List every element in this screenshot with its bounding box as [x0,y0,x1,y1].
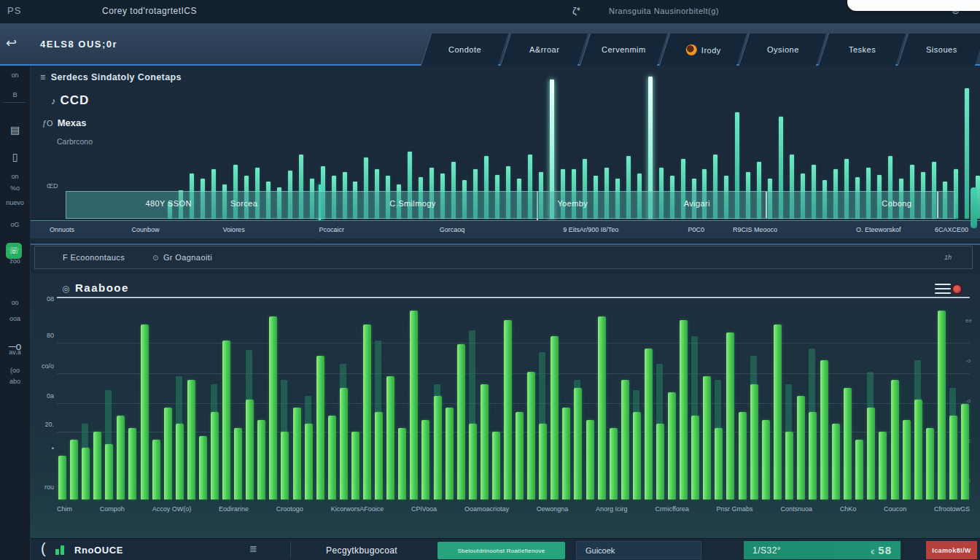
primary-bar [222,341,230,499]
grid-menu-icon[interactable]: ≣ [249,543,257,554]
x-axis-label: Chim [57,505,72,513]
price-value-group: € 58 [871,544,892,556]
bar-slot [104,300,115,499]
bracket-glyph: ( [41,540,46,557]
nav-tab-cervenmim[interactable]: Cervenmim [580,34,667,66]
section-subtitle: ƒOMexas [42,117,86,128]
primary-bar [774,324,782,499]
scrollbar-handle[interactable] [971,187,977,228]
y-tick-label: 08 [31,295,54,303]
breadcrumb[interactable]: ≡Serdecs Sindatoly Conetaps [40,72,182,82]
sidebar-item[interactable]: (oo [0,367,30,374]
nav-tab-arroar[interactable]: A&rroar [500,34,588,66]
panels-icon[interactable]: ▤ [0,124,30,136]
bar-slot [526,300,537,499]
chat-badge-icon[interactable]: ☏ [6,243,22,259]
bar-slot [385,300,397,499]
hamburger-icon: ≡ [40,72,46,82]
overview-bar [965,88,969,219]
main-chart-panel: ◎Raabooe 0880co/o0a20.•rou ee-o-o-c,(l C… [31,273,980,538]
bar-slot [643,300,655,499]
primary-bar [386,376,394,499]
document-icon[interactable]: ▯ [0,151,30,163]
bar-slot [209,300,221,499]
price-panel[interactable]: 1/S32° € 58 [744,541,901,559]
section-caption: Carbrcono [57,137,93,146]
sidebar-item[interactable]: %o [0,184,30,192]
sidebar-item[interactable]: oG [0,221,30,228]
sidebar-item[interactable]: on [0,71,30,79]
red-dot-icon [953,285,961,293]
primary-bar [176,424,184,499]
chart-title: ◎Raabooe [62,281,129,294]
primary-bar [421,420,429,499]
bar-slot [467,300,479,499]
nav-tab-oysione[interactable]: Oysione [739,34,826,66]
nav-tab-condote[interactable]: Condote [421,34,508,66]
confirm-button[interactable]: Sbeloutdrinoohst Roatlefienove [438,542,565,559]
primary-bar [527,372,535,499]
primary-bar [574,388,582,499]
primary-bar [903,420,911,499]
nav-tab-sisoues[interactable]: Sisoues [898,34,980,66]
sidebar-item[interactable]: on [0,173,30,180]
primary-bar [293,408,301,499]
primary-bar [128,428,136,499]
sidebar-item[interactable]: ooa [0,315,30,322]
y-tick-label: rou [31,483,54,491]
mexas-icon: ƒO [42,119,53,128]
sidebar-item[interactable]: av.a [0,349,30,356]
bar-slot [784,300,796,499]
sidebar-item[interactable]: zoo [0,257,30,265]
chart-menu-button[interactable] [935,284,961,295]
person-icon[interactable]: ζ* [572,5,580,16]
x-axis-label: Crmicfforea [655,505,688,513]
primary-bar [457,344,465,499]
back-arrow-icon[interactable]: ↩ [6,35,17,51]
primary-bar [715,428,723,499]
x-axis-label: CfrootowGS [934,505,970,513]
primary-bar [562,408,570,499]
primary-bar [363,324,371,499]
primary-bar [926,428,934,499]
y-tick-label: 80 [31,332,54,339]
primary-bar [492,432,500,499]
band-label: Cobong [882,199,911,208]
toolbar-app-label[interactable]: RnoOUCE [74,545,123,556]
bar-slot [608,300,620,499]
tick-label: R9CIS Meooco [733,226,777,233]
timeline-selection-band[interactable]: 480Y SSONSorceaC.SmilmogyYoembyAvigariCo… [66,191,955,219]
toolbar-status-text: Pecgytkbugocoat [326,545,397,556]
tab-oagnaoiti[interactable]: ⊙ Gr Oagnaoiti [152,253,212,262]
bar-slot [796,300,807,499]
primary-bar [820,360,828,499]
tick-label: Counbow [132,226,160,233]
bar-slot [139,300,151,499]
bar-slot [233,300,244,499]
sub-tab-bar: F Ecoonontaucs ⊙ Gr Oagnaoiti 1h [34,246,973,269]
bar-slot [444,300,456,499]
sidebar-item[interactable]: oo [0,299,30,306]
primary-bar [269,316,277,499]
tick-label: Onnuots [50,226,74,233]
primary-bar [539,424,547,499]
nav-tab-irody[interactable]: Irody [659,34,747,66]
toolbar-divider [290,542,291,558]
nav-tab-teskes[interactable]: Teskes [818,34,906,66]
tick-label: Gorcaoq [440,226,465,233]
guide-panel[interactable]: Guicoek [576,541,701,559]
sidebar-item[interactable]: abo [0,378,30,385]
overview-axis-label: ŒD [47,182,58,190]
nav-tab-label: A&rroar [529,45,559,54]
tab-ecoonontaucs[interactable]: F Ecoonontaucs [63,253,125,262]
page-title: ♪CCD [51,93,89,108]
primary-bar [914,400,922,499]
bar-slot [936,300,948,499]
sidebar-item[interactable]: B [0,91,30,98]
price-value: 58 [878,544,892,556]
x-axis-label: CPiVooa [411,505,437,513]
alert-button[interactable]: Icamok8I/W [926,541,977,559]
sidebar-item[interactable]: nuevo [0,199,30,206]
tick-label: P0C0 [688,226,704,233]
primary-bar [328,416,336,499]
